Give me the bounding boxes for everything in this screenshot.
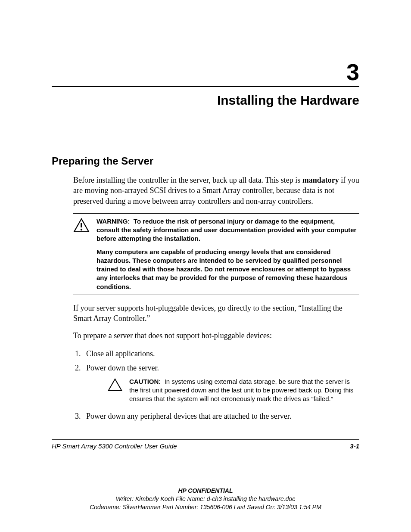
intro-paragraph: Before installing the controller in the … [73, 175, 359, 206]
after-warning-paragraph: If your server supports hot-pluggable de… [73, 303, 359, 324]
footer-line: HP Smart Array 5300 Controller User Guid… [52, 442, 359, 450]
list-item: Power down the server. CAUTION: In syste… [83, 362, 359, 404]
list-item: Close all applications. [83, 348, 359, 360]
footer-rule [52, 439, 359, 440]
intro-bold: mandatory [302, 176, 339, 184]
footer-guide-title: HP Smart Array 5300 Controller User Guid… [52, 442, 177, 450]
chapter-title: Installing the Hardware [52, 93, 359, 108]
step-2-text: Power down the server. [86, 362, 359, 374]
caution-text: In systems using external data storage, … [129, 378, 353, 403]
caution-admonition: CAUTION: In systems using external data … [108, 377, 359, 404]
bottom-metadata: HP CONFIDENTIAL Writer: Kimberly Koch Fi… [0, 487, 411, 511]
prep-lead: To prepare a server that does not suppor… [73, 330, 359, 341]
meta-line-3: Codename: SilverHammer Part Number: 1356… [0, 503, 411, 511]
chapter-number: 3 [52, 60, 359, 84]
intro-pre: Before installing the controller in the … [73, 176, 302, 184]
chapter-rule [52, 86, 359, 87]
svg-point-2 [81, 229, 82, 230]
warning-admonition: WARNING: To reduce the risk of personal … [73, 213, 359, 295]
section-title: Preparing the Server [52, 155, 359, 167]
footer-page-number: 3-1 [350, 442, 359, 450]
svg-rect-1 [81, 223, 82, 227]
list-item: Power down any peripheral devices that a… [83, 411, 359, 422]
warning-text-1: To reduce the risk of personal injury or… [97, 218, 356, 243]
warning-text-2: Many computers are capable of producing … [97, 248, 359, 291]
confidential-label: HP CONFIDENTIAL [0, 487, 411, 495]
svg-marker-3 [109, 379, 121, 390]
warning-label: WARNING: [97, 218, 130, 225]
caution-label: CAUTION: [129, 378, 161, 385]
warning-icon [73, 217, 90, 291]
caution-icon [108, 377, 122, 404]
step-list: Close all applications. Power down the s… [73, 348, 359, 422]
meta-line-2: Writer: Kimberly Koch File Name: d-ch3 i… [0, 495, 411, 503]
